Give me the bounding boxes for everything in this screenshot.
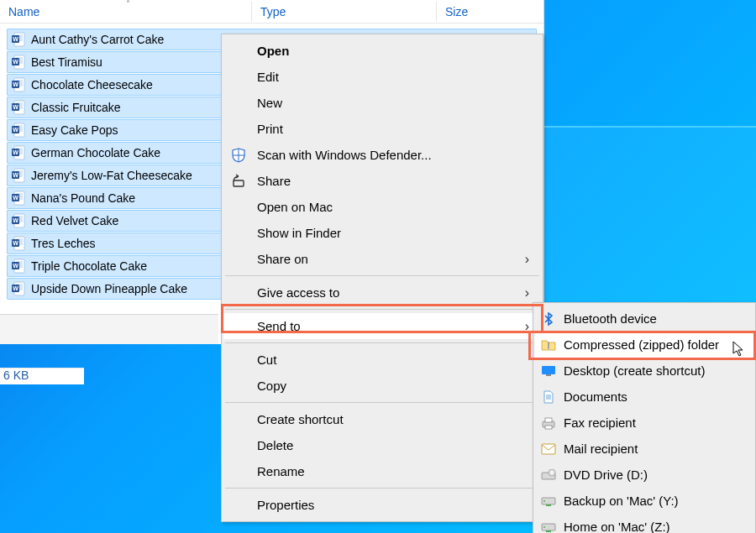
menu-print[interactable]: Print [223,116,541,142]
svg-rect-39 [548,344,549,345]
svg-text:W: W [13,81,18,87]
menu-delete-label: Delete [257,438,293,452]
menu-new[interactable]: New [223,90,541,116]
svg-rect-40 [548,347,549,347]
horizontal-scrollbar[interactable] [0,314,218,344]
svg-text:W: W [13,36,18,42]
menu-show-in-finder-label: Show in Finder [257,226,341,240]
sendto-documents[interactable]: Documents [535,384,753,410]
menu-edit[interactable]: Edit [223,64,541,90]
file-name-label: Red Velvet Cake [31,214,118,227]
submenu-arrow-icon: › [525,252,529,267]
zip-folder-icon [540,337,557,353]
sendto-compressed-folder[interactable]: Compressed (zipped) folder [535,332,753,358]
menu-give-access-to-label: Give access to [257,285,339,300]
menu-separator [225,275,539,276]
sendto-backup-mac[interactable]: Backup on 'Mac' (Y:) [535,488,753,514]
desktop-icon [540,363,557,379]
svg-rect-41 [542,366,555,374]
menu-open[interactable]: Open [223,38,541,64]
svg-text:W: W [13,127,18,133]
file-name-label: Jeremy's Low-Fat Cheesecake [31,169,192,182]
menu-delete[interactable]: Delete [223,432,541,458]
sendto-bluetooth-label: Bluetooth device [564,311,657,326]
sendto-mail[interactable]: Mail recipient [535,436,753,462]
word-document-icon: W [11,77,26,92]
file-name-label: Classic Fruitcake [31,101,121,114]
menu-cut-label: Cut [257,353,276,367]
menu-share[interactable]: Share [223,168,541,194]
menu-give-access-to[interactable]: Give access to › [223,280,541,306]
menu-separator [225,309,539,310]
svg-text:W: W [13,285,18,291]
sendto-fax[interactable]: Fax recipient [535,410,753,436]
menu-separator [225,402,539,403]
file-name-label: German Chocolate Cake [31,146,160,159]
column-header-size[interactable]: Size [437,2,543,22]
file-name-label: Chocolate Cheesecake [31,78,153,91]
menu-scan-defender-label: Scan with Windows Defender... [257,148,432,162]
sendto-submenu: Bluetooth device Compressed (zipped) fol… [533,302,756,533]
share-icon [230,173,247,190]
svg-text:W: W [13,195,18,201]
status-size: 6 KB [3,368,29,382]
svg-point-54 [543,526,545,528]
menu-share-on[interactable]: Share on › [223,246,541,272]
word-document-icon: W [11,191,26,206]
sendto-backup-mac-label: Backup on 'Mac' (Y:) [564,494,679,508]
svg-text:W: W [13,240,18,246]
svg-rect-38 [548,342,549,343]
status-bar: 6 KB [0,368,84,384]
svg-text:W: W [13,59,18,65]
svg-point-49 [551,472,553,473]
menu-show-in-finder[interactable]: Show in Finder [223,220,541,246]
menu-rename[interactable]: Rename [223,458,541,484]
menu-open-on-mac-label: Open on Mac [257,200,333,214]
menu-edit-label: Edit [257,70,279,84]
column-header-size-label: Size [445,5,468,18]
word-document-icon: W [11,168,26,183]
column-header-name[interactable]: Name ˄ [0,2,252,22]
menu-separator [225,488,539,489]
word-document-icon: W [11,259,26,274]
word-document-icon: W [11,236,26,251]
file-name-label: Tres Leches [31,237,96,250]
menu-separator [225,342,539,343]
sendto-mail-label: Mail recipient [564,442,638,456]
dvd-drive-icon [540,467,557,483]
menu-properties-label: Properties [257,498,314,512]
sendto-documents-label: Documents [564,389,627,404]
bluetooth-icon [540,311,557,327]
svg-rect-42 [546,374,551,376]
sendto-compressed-label: Compressed (zipped) folder [564,337,719,352]
documents-icon [540,389,557,405]
menu-create-shortcut-label: Create shortcut [257,412,344,426]
menu-share-label: Share [257,174,291,188]
sendto-dvd-drive[interactable]: DVD Drive (D:) [535,462,753,488]
sendto-dvd-label: DVD Drive (D:) [564,468,648,482]
menu-send-to-label: Send to [257,319,301,333]
menu-print-label: Print [257,122,283,136]
file-name-label: Aunt Cathy's Carrot Cake [31,33,164,46]
menu-send-to[interactable]: Send to › [223,313,541,339]
svg-text:W: W [13,104,18,110]
sendto-desktop-shortcut[interactable]: Desktop (create shortcut) [535,358,753,384]
sendto-fax-label: Fax recipient [564,415,636,430]
menu-create-shortcut[interactable]: Create shortcut [223,406,541,432]
menu-cut[interactable]: Cut [223,347,541,373]
word-document-icon: W [11,281,26,296]
sendto-home-mac[interactable]: Home on 'Mac' (Z:) [535,514,753,533]
menu-open-on-mac[interactable]: Open on Mac [223,194,541,220]
file-name-label: Easy Cake Pops [31,123,118,137]
svg-rect-37 [548,342,549,350]
svg-rect-44 [545,418,552,422]
network-drive-icon [540,519,557,534]
menu-scan-defender[interactable]: Scan with Windows Defender... [223,142,541,168]
submenu-arrow-icon: › [525,319,529,334]
file-name-label: Nana's Pound Cake [31,191,135,205]
column-header-type[interactable]: Type [252,2,437,22]
menu-properties[interactable]: Properties [223,492,541,518]
sendto-bluetooth[interactable]: Bluetooth device [535,306,753,332]
menu-copy[interactable]: Copy [223,373,541,399]
menu-new-label: New [257,96,282,110]
